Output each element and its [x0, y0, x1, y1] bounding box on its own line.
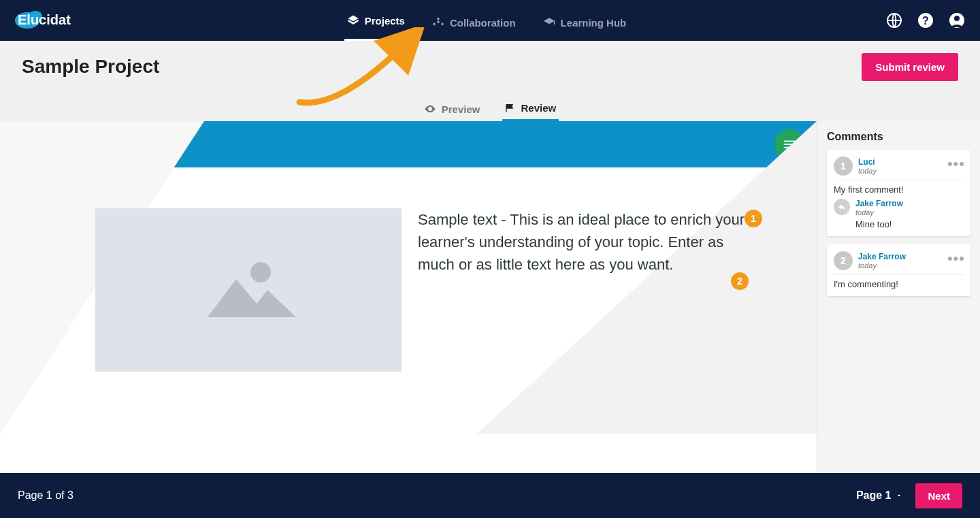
comment-time: today [858, 167, 877, 175]
nav-projects-label: Projects [365, 15, 405, 27]
comment-card-1[interactable]: 1 Luci today My first comment! Jake Farr… [827, 150, 970, 236]
image-placeholder [95, 208, 402, 372]
comment-more-icon[interactable]: ••• [947, 155, 965, 173]
placeholder-icon [194, 249, 303, 331]
globe-icon[interactable] [885, 11, 904, 30]
nav-collaboration-label: Collaboration [450, 17, 516, 29]
page-counter: Page 1 of 3 [18, 489, 74, 502]
comment-author: Jake Farrow [858, 252, 906, 261]
comment-marker-1[interactable]: 1 [745, 210, 762, 227]
svg-text:?: ? [922, 15, 929, 27]
comment-body: I'm commenting! [834, 279, 964, 289]
comments-heading: Comments [827, 131, 970, 143]
flag-icon [505, 103, 516, 114]
nav-center: Projects Collaboration Learning Hub [88, 0, 885, 41]
nav-right: ? [885, 11, 966, 30]
page-dropdown[interactable]: Page 1 [856, 489, 904, 502]
reply-author: Jake Farrow [855, 199, 903, 208]
tab-review[interactable]: Review [502, 97, 559, 121]
comment-author: Luci [858, 157, 877, 167]
subhead: Sample Project Submit review Preview Rev… [0, 41, 980, 121]
collab-icon [432, 16, 444, 29]
comment-badge: 2 [834, 251, 853, 270]
svg-marker-11 [208, 279, 296, 317]
eye-icon [424, 103, 436, 115]
reply-body: Mine too! [855, 219, 964, 229]
main: Page 1 Sample text - This is an ideal pl… [0, 121, 980, 480]
submit-review-button[interactable]: Submit review [862, 53, 958, 81]
tab-review-label: Review [521, 102, 557, 114]
hamburger-menu-button[interactable] [774, 129, 804, 159]
comment-body: My first comment! [834, 184, 964, 195]
tabrow: Preview Review [22, 97, 958, 121]
page-dropdown-label: Page 1 [856, 489, 892, 502]
layers-icon [347, 14, 359, 27]
cap-icon [543, 16, 555, 29]
content-column: Page 1 Sample text - This is an ideal pl… [0, 121, 817, 480]
content-body: Sample text - This is an ideal place to … [0, 167, 817, 399]
tab-preview[interactable]: Preview [421, 97, 483, 121]
footer: Page 1 of 3 Page 1 Next [0, 473, 980, 518]
page-banner: Page 1 [0, 121, 817, 167]
comment-card-2[interactable]: ••• 2 Jake Farrow today I'm commenting! [827, 244, 970, 296]
reply-icon [834, 199, 850, 215]
tab-preview-label: Preview [442, 103, 480, 115]
reply-time: today [855, 208, 903, 216]
help-icon[interactable]: ? [916, 11, 935, 30]
comment-time: today [858, 261, 906, 270]
comments-panel: Comments 1 Luci today My first comment! … [817, 121, 980, 480]
caret-up-icon [895, 491, 903, 500]
next-button[interactable]: Next [915, 483, 962, 508]
menu-icon [782, 137, 797, 152]
nav-learning-hub[interactable]: Learning Hub [540, 4, 630, 41]
brand-logo: Elucidat [14, 7, 88, 34]
project-title: Sample Project [22, 56, 958, 78]
svg-text:Elucidat: Elucidat [18, 12, 71, 27]
comment-reply: Jake Farrow today ••• [834, 199, 964, 216]
page-banner-title: Page 1 [12, 133, 78, 156]
comment-more-icon[interactable]: ••• [947, 250, 965, 268]
topbar: Elucidat Projects Collaboration Learning… [0, 0, 980, 41]
svg-point-7 [954, 16, 960, 21]
comment-badge: 1 [834, 157, 853, 176]
account-icon[interactable] [947, 11, 966, 30]
nav-learning-hub-label: Learning Hub [561, 17, 627, 29]
comment-marker-2[interactable]: 2 [731, 272, 749, 290]
sample-text: Sample text - This is an ideal place to … [418, 208, 755, 372]
nav-collaboration[interactable]: Collaboration [429, 4, 519, 41]
nav-projects[interactable]: Projects [344, 2, 408, 41]
svg-point-10 [250, 262, 271, 282]
